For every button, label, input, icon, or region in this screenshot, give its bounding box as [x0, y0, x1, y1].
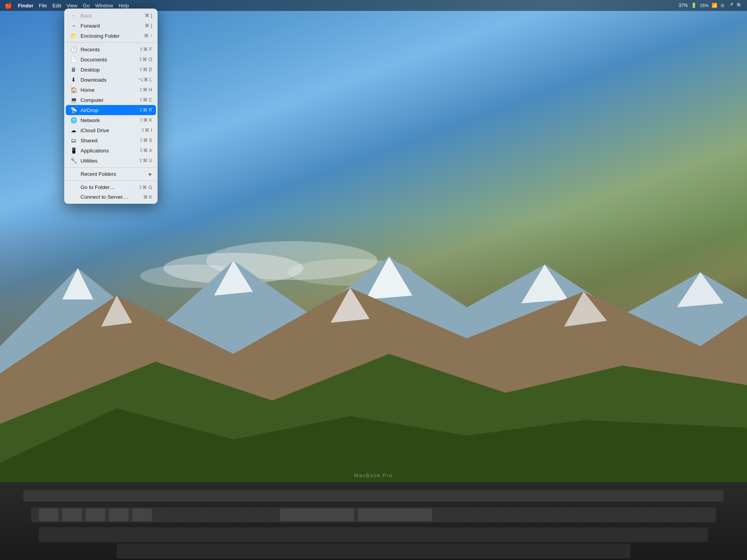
keyboard-area	[0, 482, 747, 560]
menu-item-network[interactable]: 🌐 Network ⇧⌘ K	[64, 115, 158, 125]
computer-shortcut: ⇧⌘ C	[139, 97, 152, 103]
documents-icon: 📄	[70, 56, 77, 63]
applications-label: Applications	[81, 148, 139, 154]
window-menu[interactable]: Window	[95, 3, 113, 9]
go-menu[interactable]: Go	[83, 3, 89, 9]
icloud-drive-shortcut: ⇧⌘ I	[141, 128, 152, 133]
computer-icon: 💻	[70, 97, 77, 103]
desktop-shortcut: ⇧⌘ D	[139, 67, 152, 72]
recents-shortcut: ⇧⌘ F	[139, 47, 152, 52]
airdrop-icon: 📡	[70, 107, 77, 113]
menu-item-forward[interactable]: → Forward ⌘ ]	[64, 21, 158, 31]
svg-rect-20	[39, 509, 58, 521]
icloud-drive-icon: ☁	[70, 127, 77, 133]
menu-item-go-to-folder[interactable]: Go to Folder… ⇧⌘ G	[64, 182, 158, 192]
desktop-icon: 🖥	[70, 66, 77, 73]
menu-item-recents[interactable]: 🕐 Recents ⇧⌘ F	[64, 44, 158, 54]
utilities-label: Utilities	[81, 158, 139, 164]
downloads-icon: ⬇	[70, 77, 77, 83]
finder-menu[interactable]: Finder	[18, 3, 33, 9]
menu-item-home[interactable]: 🏠 Home ⇧⌘ H	[64, 85, 158, 95]
menu-item-enclosing-folder[interactable]: 📁 Enclosing Folder ⌘ ↑	[64, 31, 158, 41]
siri-icon[interactable]: 🎤	[728, 3, 733, 8]
downloads-shortcut: ⌥⌘ L	[138, 77, 152, 82]
downloads-label: Downloads	[81, 77, 138, 83]
file-menu[interactable]: File	[39, 3, 47, 9]
svg-rect-21	[62, 509, 82, 521]
recent-folders-arrow: ▶	[149, 172, 152, 176]
menu-item-back[interactable]: ← Back ⌘ [	[64, 10, 158, 21]
go-to-folder-label: Go to Folder…	[81, 184, 139, 190]
forward-icon: →	[70, 23, 77, 29]
control-center-icon[interactable]: ⊙	[721, 3, 724, 8]
back-icon: ←	[70, 12, 77, 19]
menu-item-documents[interactable]: 📄 Documents ⇧⌘ O	[64, 54, 158, 65]
go-context-menu: ← Back ⌘ [ → Forward ⌘ ] 📁 Enclosing Fol…	[64, 9, 158, 204]
spotlight-icon[interactable]: 🔍	[736, 3, 742, 8]
separator-3	[64, 180, 158, 181]
edit-menu[interactable]: Edit	[53, 3, 61, 9]
shared-shortcut: ⇧⌘ S	[139, 138, 152, 143]
battery-percent: 37%	[679, 3, 688, 8]
separator-1	[64, 42, 158, 43]
computer-label: Computer	[81, 97, 139, 103]
svg-rect-24	[132, 509, 152, 521]
back-label: Back	[81, 13, 145, 19]
network-shortcut: ⇧⌘ K	[139, 117, 152, 123]
mountain-svg	[0, 237, 747, 490]
wifi-icon[interactable]: 📶	[712, 3, 717, 8]
separator-2	[64, 167, 158, 168]
applications-icon: 📱	[70, 147, 77, 154]
keyboard-svg	[0, 482, 747, 560]
battery-15-icon: 15%	[700, 3, 708, 8]
airdrop-label: AirDrop	[81, 107, 139, 113]
enclosing-folder-icon: 📁	[70, 33, 77, 39]
svg-rect-18	[39, 527, 708, 542]
menu-item-computer[interactable]: 💻 Computer ⇧⌘ C	[64, 95, 158, 105]
battery-icon: 🔋	[691, 3, 697, 8]
forward-shortcut: ⌘ ]	[145, 23, 152, 28]
svg-rect-26	[358, 509, 432, 521]
desktop-label: Desktop	[81, 67, 139, 73]
go-to-folder-shortcut: ⇧⌘ G	[139, 185, 152, 190]
svg-rect-22	[86, 509, 105, 521]
svg-rect-16	[23, 490, 724, 502]
utilities-icon: 🔧	[70, 158, 77, 164]
icloud-drive-label: iCloud Drive	[81, 128, 141, 133]
menu-item-utilities[interactable]: 🔧 Utilities ⇧⌘ U	[64, 156, 158, 166]
enclosing-folder-shortcut: ⌘ ↑	[144, 33, 152, 38]
menu-item-downloads[interactable]: ⬇ Downloads ⌥⌘ L	[64, 75, 158, 85]
recents-label: Recents	[81, 47, 139, 52]
help-menu[interactable]: Help	[119, 3, 129, 9]
macbook-label: MacBook Pro	[354, 472, 393, 478]
network-label: Network	[81, 117, 139, 123]
view-menu[interactable]: View	[67, 3, 77, 9]
network-icon: 🌐	[70, 117, 77, 123]
home-shortcut: ⇧⌘ H	[139, 87, 152, 93]
connect-to-server-label: Connect to Server…	[81, 194, 143, 200]
svg-rect-19	[117, 544, 630, 558]
menu-bar-right: 37% 🔋 15% 📶 ⊙ 🎤 🔍	[679, 3, 742, 8]
apple-menu[interactable]: 🍎	[5, 2, 12, 9]
applications-shortcut: ⇧⌘ A	[139, 148, 152, 153]
menu-item-connect-to-server[interactable]: Connect to Server… ⌘ K	[64, 192, 158, 202]
svg-rect-23	[109, 509, 128, 521]
recents-icon: 🕐	[70, 46, 77, 52]
menu-item-shared[interactable]: 🗂 Shared ⇧⌘ S	[64, 135, 158, 145]
menu-item-desktop[interactable]: 🖥 Desktop ⇧⌘ D	[64, 65, 158, 75]
connect-to-server-shortcut: ⌘ K	[143, 194, 152, 200]
menu-item-recent-folders[interactable]: Recent Folders ▶	[64, 169, 158, 179]
documents-label: Documents	[81, 57, 139, 63]
utilities-shortcut: ⇧⌘ U	[139, 158, 152, 163]
shared-label: Shared	[81, 138, 139, 144]
menu-item-applications[interactable]: 📱 Applications ⇧⌘ A	[64, 145, 158, 156]
back-shortcut: ⌘ [	[145, 13, 152, 18]
menu-bar-left: 🍎 Finder File Edit View Go Window Help	[5, 2, 129, 9]
menu-item-icloud-drive[interactable]: ☁ iCloud Drive ⇧⌘ I	[64, 125, 158, 135]
shared-icon: 🗂	[70, 137, 77, 144]
home-icon: 🏠	[70, 87, 77, 93]
menu-item-airdrop[interactable]: 📡 AirDrop ⇧⌘ R	[66, 105, 156, 115]
svg-rect-25	[280, 509, 354, 521]
forward-label: Forward	[81, 23, 145, 29]
recent-folders-label: Recent Folders	[81, 171, 149, 177]
